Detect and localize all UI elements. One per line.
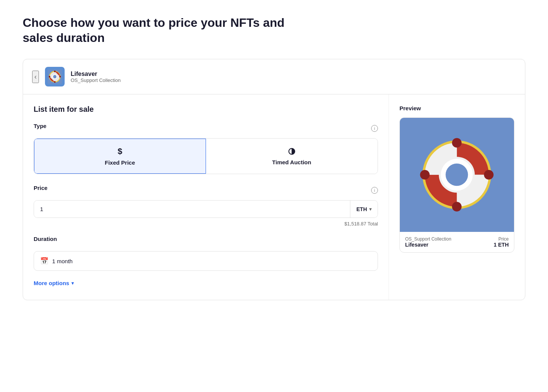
currency-value: ETH <box>356 206 367 212</box>
duration-value: 1 month <box>52 258 73 264</box>
more-options-button[interactable]: More options ▾ <box>34 280 74 286</box>
collection-header: ‹ Lifesaver OS_Support Collection <box>23 59 525 94</box>
page-title: Choose how you want to price your NFTs a… <box>23 15 287 45</box>
svg-point-8 <box>59 76 61 77</box>
main-card: ‹ Lifesaver OS_Support Collection <box>23 59 525 300</box>
more-options-chevron-icon: ▾ <box>71 281 74 286</box>
preview-image <box>400 118 514 232</box>
preview-title: Preview <box>399 105 514 111</box>
type-options: $ Fixed Price ◑ Timed Auction <box>34 138 378 174</box>
svg-point-14 <box>452 138 461 148</box>
svg-point-13 <box>446 164 468 186</box>
price-section: Price i ETH ▾ $1,518.87 Total <box>34 185 378 227</box>
type-label: Type <box>34 123 46 129</box>
duration-section: Duration 📅 1 month <box>34 236 378 271</box>
price-label: Price <box>34 185 48 191</box>
calendar-icon: 📅 <box>40 257 48 265</box>
svg-point-5 <box>54 71 56 72</box>
timed-auction-icon: ◑ <box>288 146 295 156</box>
timed-auction-label: Timed Auction <box>272 159 311 165</box>
preview-collection-label: OS_Support Collection <box>405 236 451 242</box>
preview-price-info: Price 1 ETH <box>494 236 509 248</box>
fixed-price-label: Fixed Price <box>105 159 135 166</box>
svg-point-16 <box>420 170 430 179</box>
collection-info: Lifesaver OS_Support Collection <box>71 71 121 83</box>
svg-point-17 <box>484 170 494 179</box>
svg-point-15 <box>452 202 461 211</box>
fixed-price-option[interactable]: $ Fixed Price <box>34 139 206 174</box>
right-section: Preview <box>389 94 525 300</box>
back-button[interactable]: ‹ <box>32 71 39 83</box>
preview-footer: OS_Support Collection Lifesaver Price 1 … <box>400 232 514 252</box>
preview-card: OS_Support Collection Lifesaver Price 1 … <box>399 117 514 253</box>
price-field-row: Price i <box>34 185 378 196</box>
currency-chevron-icon: ▾ <box>369 207 372 212</box>
preview-price-label: Price <box>494 236 509 242</box>
svg-point-6 <box>54 81 56 83</box>
type-field-row: Type i <box>34 123 378 134</box>
fixed-price-icon: $ <box>118 147 122 156</box>
collection-subtitle: OS_Support Collection <box>71 77 121 83</box>
currency-select[interactable]: ETH ▾ <box>350 201 378 218</box>
preview-nft-name: Lifesaver <box>405 242 451 248</box>
card-body: List item for sale Type i $ Fixed Price … <box>23 94 525 300</box>
collection-name: Lifesaver <box>71 71 121 77</box>
svg-point-4 <box>53 75 57 79</box>
timed-auction-option[interactable]: ◑ Timed Auction <box>206 139 378 174</box>
price-info-icon[interactable]: i <box>371 187 378 194</box>
more-options-label: More options <box>34 280 69 286</box>
left-section: List item for sale Type i $ Fixed Price … <box>23 94 389 300</box>
preview-nft-info: OS_Support Collection Lifesaver <box>405 236 451 248</box>
type-info-icon[interactable]: i <box>371 125 378 132</box>
price-input[interactable] <box>34 201 350 218</box>
list-section-title: List item for sale <box>34 105 378 114</box>
preview-price-value: 1 ETH <box>494 242 509 248</box>
svg-point-7 <box>49 76 50 77</box>
collection-thumbnail <box>45 67 65 86</box>
price-input-row: ETH ▾ <box>34 200 378 218</box>
duration-field-row: Duration <box>34 236 378 247</box>
price-total: $1,518.87 Total <box>34 221 378 227</box>
duration-label: Duration <box>34 236 57 242</box>
duration-picker[interactable]: 📅 1 month <box>34 251 378 271</box>
